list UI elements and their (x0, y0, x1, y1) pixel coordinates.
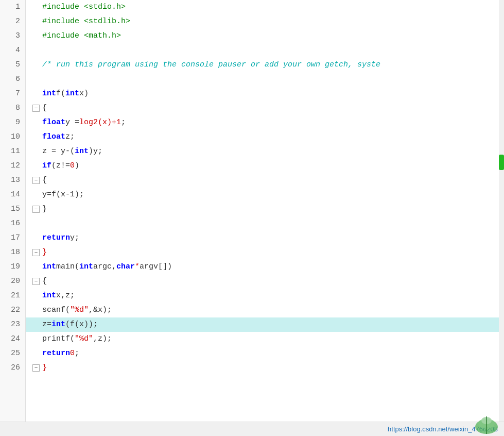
code-line: −} (26, 361, 504, 375)
line-number: 20 (0, 274, 25, 289)
token-kw: int (75, 144, 89, 159)
fold-expand-icon[interactable]: − (32, 364, 40, 372)
token-inc: #include <stdio.h> (42, 0, 126, 14)
token-str: "%d" (75, 332, 93, 346)
fold-collapse-icon[interactable] (32, 177, 40, 184)
gutter-icon[interactable] (31, 177, 42, 184)
line-number: 25 (0, 346, 25, 361)
token-kw: int (65, 87, 79, 101)
code-line: printf("%d",z); (26, 332, 504, 346)
line-number: 14 (0, 188, 25, 202)
token-plain: y = (65, 115, 79, 130)
line-number: 19 (0, 260, 25, 274)
code-line: #include <stdio.h> (26, 0, 504, 14)
token-plain: z = y-( (42, 144, 75, 159)
token-kw: int (42, 289, 56, 303)
token-plain: x) (79, 87, 89, 101)
bottom-bar: https://blog.csdn.net/weixin_4766208 (0, 422, 504, 436)
token-kw: float (42, 115, 65, 130)
line-number: 10 (0, 130, 25, 144)
line-number: 12 (0, 159, 25, 173)
token-str: "%d" (70, 303, 89, 317)
token-kw: int (79, 260, 93, 274)
token-comment: /* run this program using the console pa… (42, 58, 380, 72)
line-number: 11 (0, 144, 25, 159)
token-plain: ,&x); (89, 303, 112, 317)
line-number: 17 (0, 231, 25, 245)
gutter-icon[interactable] (31, 105, 42, 112)
code-line: if(z!=0) (26, 159, 504, 173)
line-number: 16 (0, 216, 25, 231)
code-line: z=int(f(x)); (26, 317, 504, 332)
token-plain: z= (42, 317, 51, 332)
token-plain: )y; (89, 144, 102, 159)
line-number: 23 (0, 317, 25, 332)
token-fn: log2(x)+1 (79, 115, 121, 130)
line-number: 4 (0, 43, 25, 58)
gutter-icon[interactable]: − (31, 364, 42, 372)
fold-collapse-icon[interactable] (32, 105, 40, 112)
code-line: float z; (26, 130, 504, 144)
line-number: 5 (0, 58, 25, 72)
token-plain: y; (70, 231, 79, 245)
code-line: int x,z; (26, 289, 504, 303)
code-area: 1234567891011121314151617181920212223242… (0, 0, 504, 422)
token-ptr: * (135, 260, 140, 274)
code-line: z = y-(int)y; (26, 144, 504, 159)
line-number: 3 (0, 29, 25, 43)
code-line: #include <stdlib.h> (26, 14, 504, 29)
token-plain: x,z; (56, 289, 75, 303)
code-line: return 0; (26, 346, 504, 361)
code-content[interactable]: #include <stdio.h>#include <stdlib.h>#in… (26, 0, 504, 422)
token-plain: scanf( (42, 303, 70, 317)
gutter-icon[interactable]: − (31, 206, 42, 213)
line-number: 1 (0, 0, 25, 14)
token-plain: { (42, 173, 47, 188)
token-plain: } (42, 202, 47, 216)
line-number: 24 (0, 332, 25, 346)
token-red: } (42, 245, 47, 260)
line-number: 18 (0, 245, 25, 260)
token-plain: ; (121, 115, 126, 130)
token-kw: return (42, 231, 70, 245)
token-inc: #include <stdlib.h> (42, 14, 130, 29)
code-line: { (26, 173, 504, 188)
token-inc: #include <math.h> (42, 29, 121, 43)
token-plain: ; (75, 346, 79, 361)
code-line: int main(int argc, char *argv[]) (26, 260, 504, 274)
editor-container: 1234567891011121314151617181920212223242… (0, 0, 504, 436)
token-kw: return (42, 346, 70, 361)
token-plain: { (42, 101, 47, 115)
line-number: 13 (0, 173, 25, 188)
token-num: 0 (70, 159, 75, 173)
code-line (26, 216, 504, 231)
token-kw: float (42, 130, 65, 144)
token-plain: f( (56, 87, 65, 101)
token-plain: z; (65, 130, 75, 144)
line-number: 15 (0, 202, 25, 216)
token-kw: int (42, 260, 56, 274)
scrollbar-vertical[interactable] (499, 0, 504, 422)
token-kw: int (51, 317, 65, 332)
scrollbar-thumb[interactable] (499, 155, 504, 170)
code-line: scanf("%d",&x); (26, 303, 504, 317)
fold-expand-icon[interactable]: − (32, 249, 40, 256)
line-number: 8 (0, 101, 25, 115)
gutter-icon[interactable] (31, 278, 42, 285)
line-number: 9 (0, 115, 25, 130)
line-number: 26 (0, 361, 25, 375)
token-plain: printf( (42, 332, 75, 346)
token-kw: int (42, 87, 56, 101)
code-line: { (26, 274, 504, 289)
token-plain: (f(x)); (65, 317, 98, 332)
gutter-icon[interactable]: − (31, 249, 42, 256)
code-line: { (26, 101, 504, 115)
line-number: 21 (0, 289, 25, 303)
line-number: 2 (0, 14, 25, 29)
code-line: return y; (26, 231, 504, 245)
fold-collapse-icon[interactable] (32, 278, 40, 285)
line-numbers: 1234567891011121314151617181920212223242… (0, 0, 26, 422)
fold-expand-icon[interactable]: − (32, 206, 40, 213)
code-line: −} (26, 245, 504, 260)
code-line: − } (26, 202, 504, 216)
